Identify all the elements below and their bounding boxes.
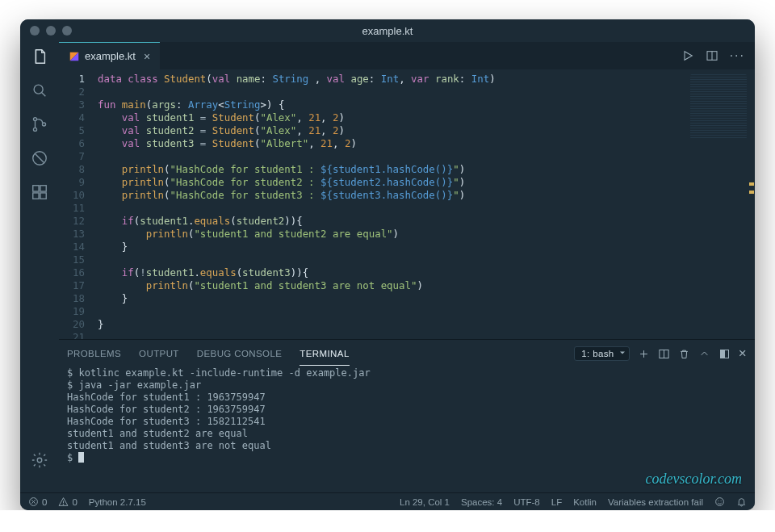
svg-rect-9 (40, 193, 46, 199)
svg-point-27 (716, 498, 724, 506)
status-interpreter[interactable]: Python 2.7.15 (89, 497, 146, 507)
tab-filename: example.kt (85, 50, 136, 62)
extensions-icon[interactable] (30, 182, 49, 202)
svg-marker-13 (685, 52, 692, 61)
close-tab-icon[interactable]: × (144, 50, 150, 63)
settings-icon[interactable] (30, 450, 49, 470)
svg-point-29 (721, 501, 722, 501)
explorer-icon[interactable] (30, 47, 49, 66)
toggle-panel-icon[interactable] (718, 348, 731, 360)
svg-point-28 (718, 501, 718, 501)
status-bar: 0 0 Python 2.7.15 Ln 29, Col 1 Spaces: 4… (20, 492, 755, 510)
new-terminal-icon[interactable] (638, 348, 650, 360)
tab-bar: example.kt × ··· (59, 42, 755, 69)
svg-point-4 (42, 123, 45, 126)
status-eol[interactable]: LF (551, 497, 562, 507)
split-terminal-icon[interactable] (658, 348, 670, 360)
status-encoding[interactable]: UTF-8 (513, 497, 540, 507)
status-errors-count: 0 (42, 497, 47, 507)
status-language[interactable]: Kotlin (573, 497, 597, 507)
status-warnings[interactable]: 0 (58, 496, 77, 507)
activity-bar (20, 42, 59, 492)
svg-point-3 (33, 128, 36, 131)
status-cursor-pos[interactable]: Ln 29, Col 1 (400, 497, 450, 507)
svg-point-26 (63, 504, 64, 505)
terminal-selector[interactable]: 1: bash (574, 346, 630, 361)
notifications-icon[interactable] (736, 496, 747, 507)
svg-line-1 (42, 93, 46, 97)
window-title: example.kt (20, 25, 755, 37)
status-errors[interactable]: 0 (28, 496, 47, 507)
more-actions-icon[interactable]: ··· (730, 48, 745, 63)
svg-rect-7 (40, 186, 46, 191)
search-icon[interactable] (30, 81, 49, 100)
panel-tab-bar: PROBLEMS OUTPUT DEBUG CONSOLE TERMINAL 1… (59, 340, 755, 367)
editor-actions: ··· (681, 42, 755, 69)
app-window: example.kt (20, 19, 755, 510)
svg-rect-6 (33, 186, 39, 191)
status-indentation[interactable]: Spaces: 4 (461, 497, 502, 507)
code-body[interactable]: data class Student(val name: String , va… (98, 73, 755, 339)
watermark-text: codevscolor.com (646, 471, 742, 488)
kotlin-file-icon (69, 51, 80, 62)
kill-terminal-icon[interactable] (678, 348, 690, 360)
svg-point-2 (33, 118, 36, 121)
svg-rect-8 (33, 193, 39, 199)
debug-icon[interactable] (30, 149, 49, 168)
maximize-panel-icon[interactable] (698, 348, 710, 360)
panel-tab-output[interactable]: OUTPUT (139, 342, 179, 365)
panel-tab-terminal[interactable]: TERMINAL (300, 342, 349, 366)
status-warnings-count: 0 (72, 497, 77, 507)
svg-rect-21 (720, 350, 724, 358)
svg-point-10 (37, 458, 42, 463)
panel-tab-debug-console[interactable]: DEBUG CONSOLE (197, 342, 283, 365)
titlebar: example.kt (20, 19, 755, 42)
split-editor-icon[interactable] (706, 49, 718, 62)
minimap[interactable] (690, 74, 747, 139)
feedback-icon[interactable] (714, 496, 725, 507)
panel-tab-problems[interactable]: PROBLEMS (67, 342, 121, 365)
editor-tab[interactable]: example.kt × (59, 42, 160, 69)
status-message[interactable]: Variables extraction fail (608, 497, 703, 507)
svg-point-0 (34, 85, 43, 94)
run-icon[interactable] (681, 49, 694, 62)
editor-area: 123456789101112131415161718192021 data c… (59, 69, 755, 339)
close-panel-icon[interactable]: × (739, 346, 747, 362)
code-editor[interactable]: 123456789101112131415161718192021 data c… (59, 69, 755, 339)
bottom-panel: PROBLEMS OUTPUT DEBUG CONSOLE TERMINAL 1… (59, 339, 755, 492)
source-control-icon[interactable] (30, 115, 49, 134)
overview-ruler (748, 69, 755, 339)
line-number-gutter: 123456789101112131415161718192021 (59, 73, 98, 339)
